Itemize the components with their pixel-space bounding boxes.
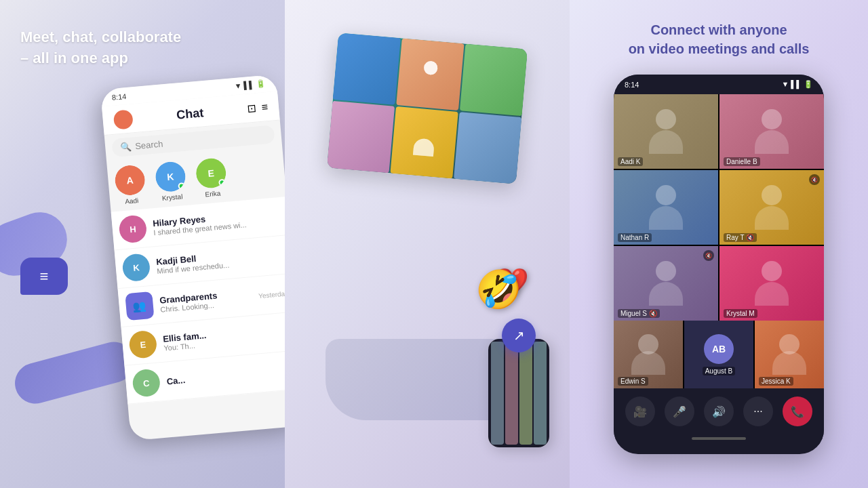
- compose-button[interactable]: ↗: [502, 319, 536, 352]
- chat-info: Grandparents Chris. Looking...: [159, 287, 253, 314]
- participant-name-jessica: Jessica K: [759, 377, 793, 386]
- home-bar: [692, 437, 746, 440]
- camera-icon[interactable]: ⊡: [247, 102, 257, 115]
- right-status-bar: 8:14 ▼ ▌▌ 🔋: [614, 75, 824, 94]
- search-icon: 🔍: [120, 142, 132, 152]
- video-call-grid: [327, 33, 528, 184]
- avatar-aadi[interactable]: A Aadi: [114, 164, 147, 206]
- search-placeholder: Search: [135, 139, 163, 152]
- video-cell-1: [333, 33, 401, 105]
- chat-info: Ellis fam... You: Th...: [163, 323, 285, 352]
- right-headline: Connect with anyoneon video meetings and…: [617, 20, 821, 58]
- video-cell-krystal: Krystal M: [719, 246, 824, 321]
- group-icon: 👥: [125, 291, 154, 321]
- right-phone-mockup: 8:14 ▼ ▌▌ 🔋 Aadi K Danielle B Nathan R: [614, 75, 824, 454]
- tablet-mockup: [327, 33, 528, 184]
- right-status-icons: ▼ ▌▌ 🔋: [781, 80, 813, 89]
- video-grid-main: Aadi K Danielle B Nathan R 🔇 Ray T 🔇: [614, 94, 824, 321]
- video-grid-bottom: Edwin S AB August B Jessica K: [614, 321, 824, 388]
- video-cell-jessica: Jessica K: [755, 321, 824, 388]
- avatar-name: Krystal: [161, 192, 182, 202]
- mute-button[interactable]: 🎤: [665, 396, 694, 426]
- more-options-button[interactable]: ···: [743, 396, 773, 426]
- avatar-name: Aadi: [125, 197, 139, 205]
- participant-name-krystal: Krystal M: [724, 309, 757, 318]
- mute-indicator-ray: 🔇: [809, 174, 820, 185]
- august-avatar: AB: [704, 334, 734, 364]
- chat-title: Chat: [176, 106, 204, 122]
- avatar-name: Erika: [205, 189, 221, 198]
- avatar-krystal[interactable]: K Krystal: [155, 161, 188, 203]
- video-cell-miguel: 🔇 Miguel S 🔇: [614, 246, 718, 321]
- right-status-time: 8:14: [625, 81, 639, 89]
- participant-name-miguel: Miguel S 🔇: [618, 309, 660, 318]
- participant-name-danielle: Danielle B: [724, 157, 760, 166]
- video-cell-ray: 🔇 Ray T 🔇: [719, 170, 824, 245]
- menu-icon[interactable]: ≡: [261, 100, 269, 114]
- laugh-emoji: 🤣: [475, 268, 522, 312]
- participant-name-ray: Ray T 🔇: [724, 233, 757, 242]
- participant-name-edwin: Edwin S: [618, 377, 648, 386]
- status-time: 8:14: [111, 92, 126, 102]
- tablet-screen: [327, 33, 528, 184]
- middle-panel: ❤️ 🤣 ↗: [285, 0, 570, 488]
- call-controls: 🎥 🎤 🔊 ··· 📞: [614, 388, 824, 432]
- left-headline: Meet, chat, collaborate– all in one app: [20, 27, 181, 69]
- speaker-button[interactable]: 🔊: [704, 396, 734, 426]
- video-cell-nathan: Nathan R: [614, 170, 718, 245]
- decorative-blob-bottom: [10, 338, 138, 409]
- video-cell-6: [454, 112, 521, 184]
- video-cell-3: [460, 44, 528, 117]
- chat-time: Yesterday: [258, 289, 285, 300]
- end-call-button[interactable]: 📞: [783, 396, 812, 426]
- participant-name-nathan: Nathan R: [618, 233, 652, 242]
- status-icons: ▼ ▌▌ 🔋: [234, 79, 267, 91]
- mute-indicator-miguel: 🔇: [703, 250, 714, 261]
- left-panel: Meet, chat, collaborate– all in one app …: [0, 0, 285, 488]
- home-indicator: [614, 432, 824, 445]
- video-cell-edwin: Edwin S: [614, 321, 683, 388]
- right-panel: Connect with anyoneon video meetings and…: [570, 0, 868, 488]
- video-cell-aadi: Aadi K: [614, 94, 718, 169]
- chat-info: Hilary Reyes I shared the great news wi.…: [153, 207, 276, 237]
- participant-name-aadi: Aadi K: [618, 157, 643, 166]
- video-cell-danielle: Danielle B: [719, 94, 824, 169]
- avatar-erika[interactable]: E Erika: [195, 157, 228, 199]
- chat-list: H Hilary Reyes I shared the great news w…: [111, 197, 285, 405]
- phone-mockup-left: 8:14 ▼ ▌▌ 🔋 Chat ⊡ ≡ 🔍 Search A Aadi: [100, 75, 285, 441]
- chat-info: Ca...: [166, 365, 285, 386]
- chat-name: Ca...: [166, 365, 285, 386]
- video-cell-august: AB August B: [684, 321, 753, 388]
- video-cell-4: [327, 101, 395, 174]
- video-toggle-button[interactable]: 🎥: [625, 396, 655, 426]
- participant-name-august: August B: [703, 367, 736, 375]
- small-phone-mockup: [488, 339, 549, 447]
- chat-bubble-decoration: [20, 258, 68, 295]
- chat-info: Kadji Bell Mind if we reschedu...: [156, 246, 279, 275]
